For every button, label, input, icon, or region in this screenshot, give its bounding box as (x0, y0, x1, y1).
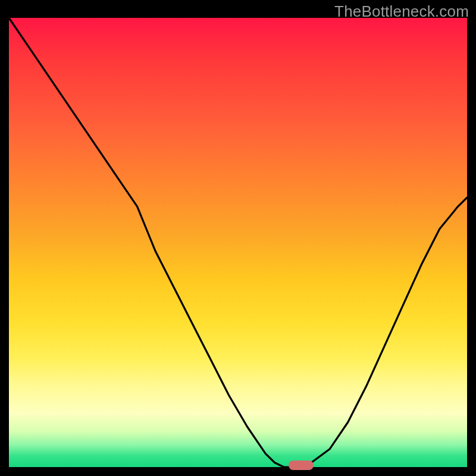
optimum-marker (289, 461, 314, 470)
curve-path (9, 18, 467, 467)
plot-area (9, 18, 467, 467)
bottleneck-curve (9, 18, 467, 467)
chart-frame: TheBottleneck.com (0, 0, 476, 476)
